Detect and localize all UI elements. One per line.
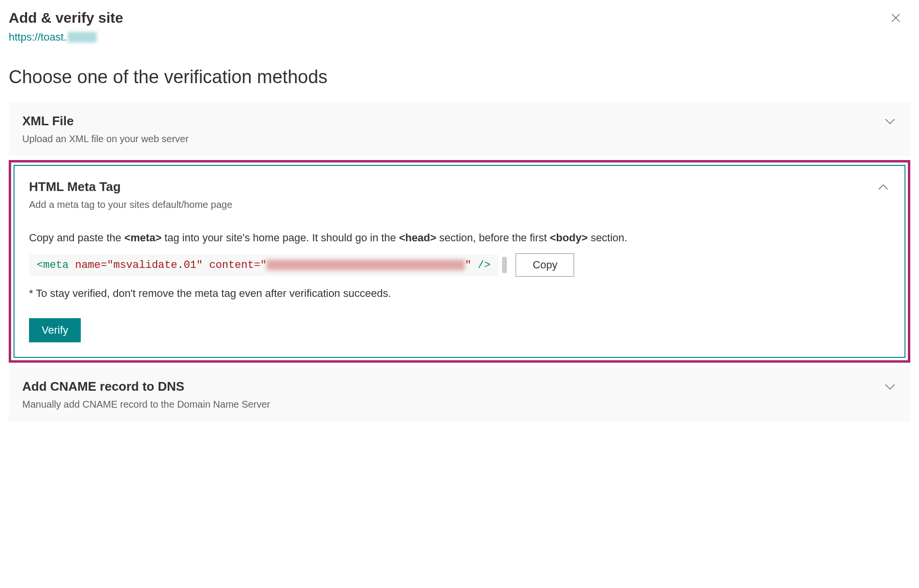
- method-title: HTML Meta Tag: [29, 179, 121, 194]
- method-title: Add CNAME record to DNS: [22, 379, 184, 394]
- meta-note: * To stay verified, don't remove the met…: [29, 287, 890, 300]
- meta-instruction: Copy and paste the <meta> tag into your …: [29, 230, 890, 246]
- chevron-down-icon: [883, 115, 897, 128]
- method-subtitle: Add a meta tag to your sites default/hom…: [29, 199, 890, 210]
- chevron-up-icon: [876, 180, 890, 194]
- verify-button[interactable]: Verify: [29, 318, 81, 342]
- site-url-redacted: [68, 32, 97, 43]
- method-highlight-frame: HTML Meta Tag Add a meta tag to your sit…: [9, 160, 910, 363]
- site-url-text: https://toast.: [9, 31, 67, 44]
- section-heading: Choose one of the verification methods: [9, 67, 910, 88]
- close-icon: [890, 12, 902, 27]
- close-button[interactable]: [886, 10, 905, 29]
- method-header[interactable]: HTML Meta Tag: [29, 179, 890, 194]
- scrollbar-thumb[interactable]: [502, 257, 507, 273]
- meta-code-snippet[interactable]: <meta name="msvalidate.01" content="" />: [29, 254, 498, 276]
- method-subtitle: Upload an XML file on your web server: [22, 133, 897, 145]
- meta-content-redacted: [267, 260, 465, 270]
- method-title: XML File: [22, 114, 74, 129]
- verification-methods-accordion: XML File Upload an XML file on your web …: [9, 102, 910, 422]
- page-title: Add & verify site: [9, 10, 123, 26]
- method-cname-dns[interactable]: Add CNAME record to DNS Manually add CNA…: [9, 368, 910, 422]
- method-html-meta-tag: HTML Meta Tag Add a meta tag to your sit…: [14, 165, 905, 358]
- site-url-link[interactable]: https://toast.: [9, 31, 97, 44]
- method-subtitle: Manually add CNAME record to the Domain …: [22, 399, 897, 410]
- chevron-down-icon: [883, 380, 897, 394]
- method-xml-file[interactable]: XML File Upload an XML file on your web …: [9, 102, 910, 156]
- copy-button[interactable]: Copy: [516, 253, 574, 277]
